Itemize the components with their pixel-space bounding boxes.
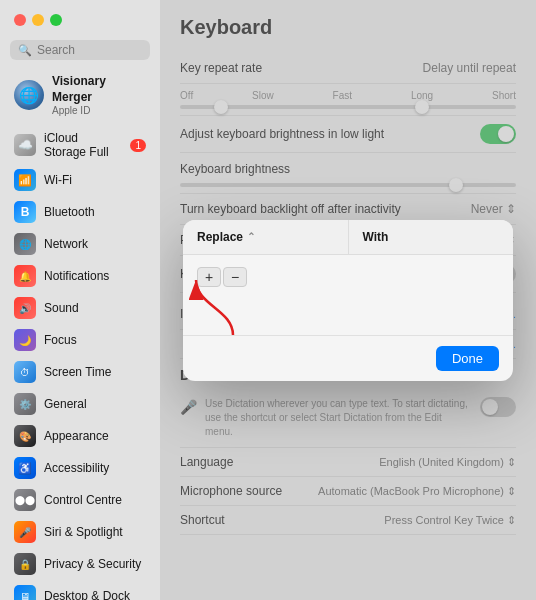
profile-item[interactable]: 🌐 Visionary Merger Apple ID bbox=[4, 68, 156, 122]
main-content: Keyboard Key repeat rate Delay until rep… bbox=[160, 0, 536, 600]
privacy-icon: 🔒 bbox=[14, 553, 36, 575]
red-arrow-indicator bbox=[183, 250, 268, 340]
modal-with-label: With bbox=[363, 230, 389, 244]
sidebar-item-label: General bbox=[44, 397, 87, 411]
wifi-icon: 📶 bbox=[14, 169, 36, 191]
search-bar[interactable]: 🔍 bbox=[10, 40, 150, 60]
sidebar-item-label: Screen Time bbox=[44, 365, 111, 379]
appearance-icon: 🎨 bbox=[14, 425, 36, 447]
maximize-button[interactable] bbox=[50, 14, 62, 26]
sidebar-item-controlcentre[interactable]: ⬤⬤ Control Centre bbox=[4, 484, 156, 516]
sidebar-item-siri[interactable]: 🎤 Siri & Spotlight bbox=[4, 516, 156, 548]
icloud-badge: 1 bbox=[130, 139, 146, 152]
modal-overlay: Replace ⌃ With + − bbox=[160, 0, 536, 600]
sidebar-item-label: Network bbox=[44, 237, 88, 251]
sidebar-item-desktop[interactable]: 🖥 Desktop & Dock bbox=[4, 580, 156, 600]
sidebar-item-general[interactable]: ⚙️ General bbox=[4, 388, 156, 420]
bluetooth-icon: B bbox=[14, 201, 36, 223]
sidebar-item-label: Sound bbox=[44, 301, 79, 315]
modal-header: Replace ⌃ With bbox=[183, 220, 513, 255]
sidebar-item-label: Control Centre bbox=[44, 493, 122, 507]
focus-icon: 🌙 bbox=[14, 329, 36, 351]
desktop-icon: 🖥 bbox=[14, 585, 36, 600]
sidebar-item-label: Desktop & Dock bbox=[44, 589, 130, 600]
sidebar-item-wifi[interactable]: 📶 Wi-Fi bbox=[4, 164, 156, 196]
modal-body: + − bbox=[183, 255, 513, 335]
sidebar-item-label: Appearance bbox=[44, 429, 109, 443]
modal-controls: + − bbox=[197, 267, 499, 287]
modal-replace-label: Replace bbox=[197, 230, 243, 244]
general-icon: ⚙️ bbox=[14, 393, 36, 415]
icloud-icon: ☁️ bbox=[14, 134, 36, 156]
sidebar-item-focus[interactable]: 🌙 Focus bbox=[4, 324, 156, 356]
sidebar-item-label: Notifications bbox=[44, 269, 109, 283]
modal-with-col: With bbox=[349, 220, 514, 254]
minimize-button[interactable] bbox=[32, 14, 44, 26]
siri-icon: 🎤 bbox=[14, 521, 36, 543]
sort-icon: ⌃ bbox=[247, 231, 255, 242]
sidebar-item-label: Siri & Spotlight bbox=[44, 525, 123, 539]
traffic-lights bbox=[0, 0, 160, 36]
modal-replace-col: Replace ⌃ bbox=[183, 220, 348, 254]
modal-footer: Done bbox=[183, 335, 513, 381]
sidebar-item-label: Focus bbox=[44, 333, 77, 347]
search-icon: 🔍 bbox=[18, 44, 32, 57]
sidebar-item-screentime[interactable]: ⏱ Screen Time bbox=[4, 356, 156, 388]
sidebar-item-label: Bluetooth bbox=[44, 205, 95, 219]
sidebar: 🔍 🌐 Visionary Merger Apple ID ☁️ iCloud … bbox=[0, 0, 160, 600]
sidebar-item-sound[interactable]: 🔊 Sound bbox=[4, 292, 156, 324]
sidebar-item-label: iCloud Storage Full bbox=[44, 131, 122, 159]
search-input[interactable] bbox=[37, 43, 142, 57]
profile-sub: Apple ID bbox=[52, 105, 146, 116]
close-button[interactable] bbox=[14, 14, 26, 26]
sidebar-item-notifications[interactable]: 🔔 Notifications bbox=[4, 260, 156, 292]
avatar: 🌐 bbox=[14, 80, 44, 110]
notifications-icon: 🔔 bbox=[14, 265, 36, 287]
sidebar-item-label: Accessibility bbox=[44, 461, 109, 475]
sound-icon: 🔊 bbox=[14, 297, 36, 319]
remove-replacement-button[interactable]: − bbox=[223, 267, 247, 287]
add-replacement-button[interactable]: + bbox=[197, 267, 221, 287]
sidebar-item-bluetooth[interactable]: B Bluetooth bbox=[4, 196, 156, 228]
sidebar-item-label: Wi-Fi bbox=[44, 173, 72, 187]
done-button[interactable]: Done bbox=[436, 346, 499, 371]
network-icon: 🌐 bbox=[14, 233, 36, 255]
sidebar-item-icloud[interactable]: ☁️ iCloud Storage Full 1 bbox=[4, 126, 156, 164]
sidebar-item-accessibility[interactable]: ♿ Accessibility bbox=[4, 452, 156, 484]
accessibility-icon: ♿ bbox=[14, 457, 36, 479]
sidebar-item-label: Privacy & Security bbox=[44, 557, 141, 571]
sidebar-item-appearance[interactable]: 🎨 Appearance bbox=[4, 420, 156, 452]
controlcentre-icon: ⬤⬤ bbox=[14, 489, 36, 511]
screentime-icon: ⏱ bbox=[14, 361, 36, 383]
sidebar-item-privacy[interactable]: 🔒 Privacy & Security bbox=[4, 548, 156, 580]
profile-name: Visionary Merger bbox=[52, 74, 146, 105]
text-replacement-modal: Replace ⌃ With + − bbox=[183, 220, 513, 381]
sidebar-item-network[interactable]: 🌐 Network bbox=[4, 228, 156, 260]
